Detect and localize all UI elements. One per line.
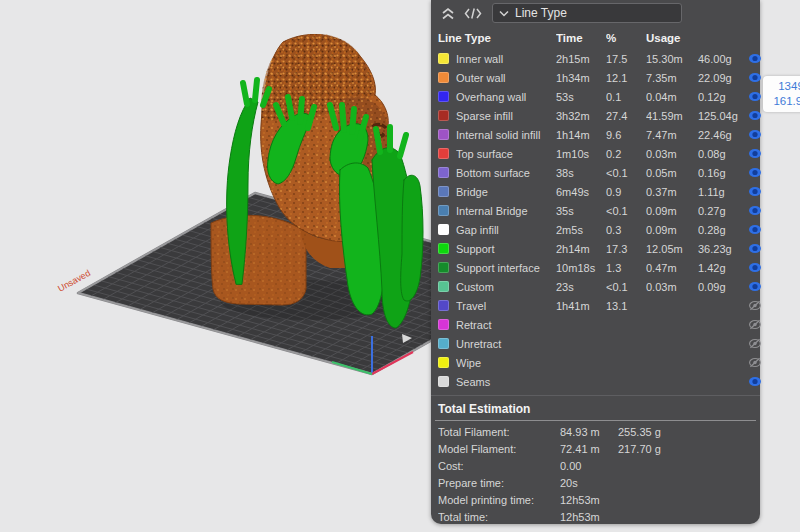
collapse-panel-button[interactable] <box>437 3 459 23</box>
legend-toolbar: Line Type <box>431 0 760 26</box>
line-type-label: Custom <box>456 281 556 293</box>
visibility-eye-toggle[interactable] <box>748 357 765 368</box>
total-value-1: 72.41 m <box>560 443 618 455</box>
line-type-label: Seams <box>456 376 556 388</box>
weight-value: 0.27g <box>698 205 748 217</box>
total-label: Total time: <box>438 511 560 523</box>
visibility-eye-toggle[interactable] <box>748 129 765 140</box>
percent-value: <0.1 <box>606 167 646 179</box>
slicer-window: Unsaved Line Type <box>0 0 800 532</box>
eye-hidden-icon <box>748 300 762 311</box>
weight-value: 22.46g <box>698 129 748 141</box>
weight-value: 46.00g <box>698 53 748 65</box>
visibility-eye-toggle[interactable] <box>748 376 765 387</box>
view-type-dropdown[interactable]: Line Type <box>492 3 682 23</box>
legend-row: Custom 23s <0.1 0.03m 0.09g <box>431 277 760 296</box>
visibility-eye-toggle[interactable] <box>748 167 765 178</box>
line-type-label: Outer wall <box>456 72 556 84</box>
length-value: 15.30m <box>646 53 698 65</box>
visibility-eye-toggle[interactable] <box>748 53 765 64</box>
total-estimation-title: Total Estimation <box>431 398 760 420</box>
color-swatch <box>438 110 449 121</box>
line-type-label: Top surface <box>456 148 556 160</box>
total-row: Prepare time: 20s <box>431 474 760 491</box>
column-usage: Usage <box>646 32 748 44</box>
column-time: Time <box>556 32 606 44</box>
total-value-1: 12h53m <box>560 494 618 506</box>
legend-row: Bottom surface 38s <0.1 0.05m 0.16g <box>431 163 760 182</box>
total-row: Total time: 12h53m <box>431 508 760 525</box>
legend-row: Outer wall 1h34m 12.1 7.35m 22.09g <box>431 68 760 87</box>
percent-value: 17.3 <box>606 243 646 255</box>
legend-row: Top surface 1m10s 0.2 0.03m 0.08g <box>431 144 760 163</box>
line-type-label: Support <box>456 243 556 255</box>
chevron-double-up-icon <box>440 6 456 21</box>
time-value: 53s <box>556 91 606 103</box>
layer-tooltip-line2: 161.96 <box>767 94 800 109</box>
line-type-label: Bridge <box>456 186 556 198</box>
eye-visible-icon <box>748 110 762 121</box>
total-estimation-divider <box>435 420 756 421</box>
legend-row: Travel 1h41m 13.1 <box>431 296 760 315</box>
legend-row: Bridge 6m49s 0.9 0.37m 1.11g <box>431 182 760 201</box>
percent-value: 9.6 <box>606 129 646 141</box>
support-arm-edge <box>401 175 423 301</box>
color-swatch <box>438 319 449 330</box>
time-value: 1h41m <box>556 300 606 312</box>
line-type-label: Wipe <box>456 357 556 369</box>
total-label: Cost: <box>438 460 560 472</box>
eye-visible-icon <box>748 262 762 273</box>
line-type-label: Travel <box>456 300 556 312</box>
total-label: Prepare time: <box>438 477 560 489</box>
color-swatch <box>438 357 449 368</box>
visibility-eye-toggle[interactable] <box>748 281 765 292</box>
color-swatch <box>438 53 449 64</box>
visibility-eye-toggle[interactable] <box>748 243 765 254</box>
line-type-label: Bottom surface <box>456 167 556 179</box>
time-value: 35s <box>556 205 606 217</box>
length-value: 0.09m <box>646 224 698 236</box>
weight-value: 0.12g <box>698 91 748 103</box>
line-type-label: Support interface <box>456 262 556 274</box>
eye-visible-icon <box>748 376 762 387</box>
visibility-eye-toggle[interactable] <box>748 110 765 121</box>
visibility-eye-toggle[interactable] <box>748 319 765 330</box>
visibility-eye-toggle[interactable] <box>748 224 765 235</box>
length-value: 0.37m <box>646 186 698 198</box>
chevron-down-icon <box>499 10 509 17</box>
legend-row: Gap infill 2m5s 0.3 0.09m 0.28g <box>431 220 760 239</box>
total-row: Cost: 0.00 <box>431 457 760 474</box>
line-type-label: Unretract <box>456 338 556 350</box>
legend-row: Inner wall 2h15m 17.5 15.30m 46.00g <box>431 49 760 68</box>
visibility-eye-toggle[interactable] <box>748 205 765 216</box>
line-type-label: Retract <box>456 319 556 331</box>
time-value: 38s <box>556 167 606 179</box>
color-swatch <box>438 376 449 387</box>
model-base-texture <box>211 215 306 305</box>
gcode-view-button[interactable] <box>462 3 484 23</box>
section-divider <box>431 395 760 396</box>
total-value-2: 255.35 g <box>618 426 753 438</box>
weight-value: 36.23g <box>698 243 748 255</box>
line-type-label: Sparse infill <box>456 110 556 122</box>
visibility-eye-toggle[interactable] <box>748 148 765 159</box>
color-swatch <box>438 129 449 140</box>
visibility-eye-toggle[interactable] <box>748 300 765 311</box>
time-value: 2h14m <box>556 243 606 255</box>
weight-value: 0.16g <box>698 167 748 179</box>
total-row: Model Filament: 72.41 m 217.70 g <box>431 440 760 457</box>
legend-row: Retract <box>431 315 760 334</box>
color-swatch <box>438 262 449 273</box>
time-value: 6m49s <box>556 186 606 198</box>
visibility-eye-toggle[interactable] <box>748 186 765 197</box>
eye-visible-icon <box>748 186 762 197</box>
percent-value: 1.3 <box>606 262 646 274</box>
color-swatch <box>438 148 449 159</box>
length-value: 0.04m <box>646 91 698 103</box>
eye-visible-icon <box>748 91 762 102</box>
visibility-eye-toggle[interactable] <box>748 338 765 349</box>
length-value: 0.03m <box>646 148 698 160</box>
line-type-label: Overhang wall <box>456 91 556 103</box>
visibility-eye-toggle[interactable] <box>748 262 765 273</box>
total-label: Model printing time: <box>438 494 560 506</box>
